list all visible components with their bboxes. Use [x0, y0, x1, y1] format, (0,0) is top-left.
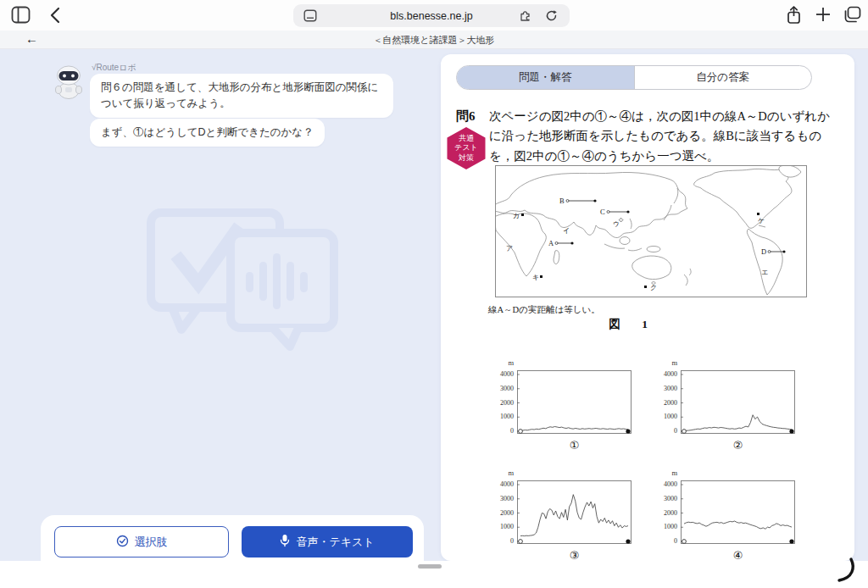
browser-toolbar: bls.benesse.ne.jp	[0, 0, 868, 31]
svg-text:ウ: ウ	[613, 220, 620, 228]
question-text: 次ページの図2中の①～④は，次の図1中の線A～Dのいずれかに沿った地形断面を示し…	[489, 107, 833, 166]
loading-arc-icon	[832, 557, 856, 587]
scrollbar-thumb[interactable]	[418, 564, 442, 569]
new-tab-icon[interactable]	[814, 5, 832, 24]
y-tick-label: 0	[674, 427, 677, 435]
svg-text:B: B	[559, 197, 565, 205]
svg-text:カ: カ	[513, 212, 520, 219]
svg-text:イ: イ	[563, 227, 570, 235]
y-tick-label: 4000	[664, 370, 677, 378]
elevation-chart-2: m 01000200030004000 ②	[655, 357, 799, 462]
svg-text:ア: ア	[506, 245, 513, 252]
y-tick-label: 4000	[500, 480, 514, 488]
voice-text-button-label: 音声・テキスト	[296, 535, 374, 550]
svg-text:ケ: ケ	[758, 217, 765, 225]
check-circle-icon	[116, 535, 129, 550]
y-tick-label: 2000	[664, 509, 677, 517]
url-text: bls.benesse.ne.jp	[390, 10, 472, 22]
choices-button[interactable]: 選択肢	[54, 526, 229, 557]
tab-overview-icon[interactable]	[843, 5, 862, 24]
y-tick-label: 1000	[500, 523, 514, 530]
microphone-icon	[280, 534, 290, 550]
screen: bls.benesse.ne.jp ← ＜自然環境と諸課題＞大地形	[0, 0, 868, 588]
y-axis-ticks: 01000200030004000	[655, 467, 677, 572]
page-settings-icon[interactable]	[303, 9, 317, 22]
kyotsu-test-badge: 共通 テスト 対策	[445, 127, 487, 169]
chart-label: ①	[517, 439, 632, 452]
y-tick-label: 0	[510, 537, 514, 545]
elevation-chart-3: m 01000200030004000 ③	[492, 467, 636, 572]
profile-plot	[517, 480, 632, 544]
voice-text-button[interactable]: 音声・テキスト	[242, 526, 413, 557]
profile-plot	[681, 480, 795, 544]
badge-line: 共通	[459, 134, 474, 143]
y-tick-label: 0	[510, 427, 514, 435]
y-tick-label: 1000	[664, 413, 677, 420]
question-panel: 問題・解答 自分の答案 問6 共通 テスト 対策 次ページの図2中の①～④は，次…	[441, 54, 854, 561]
badge-line: テスト	[454, 143, 478, 153]
elevation-chart-4: m 01000200030004000 ④	[655, 467, 799, 572]
y-tick-label: 3000	[500, 385, 514, 392]
share-icon[interactable]	[786, 5, 802, 25]
chat-message: 問６の問題を通して、大地形の分布と地形断面図の関係について振り返ってみよう。	[90, 74, 393, 118]
figure1-caption: 図 1	[475, 317, 787, 332]
chart-label: ②	[681, 439, 795, 452]
y-axis-ticks: 01000200030004000	[492, 357, 514, 462]
profile-plot	[681, 370, 795, 434]
address-bar[interactable]: bls.benesse.ne.jp	[293, 4, 570, 27]
breadcrumb: ＜自然環境と諸課題＞大地形	[0, 34, 868, 47]
svg-text:キ: キ	[532, 274, 539, 281]
y-tick-label: 2000	[664, 399, 677, 407]
tab-question-answer[interactable]: 問題・解答	[457, 66, 634, 89]
y-tick-label: 3000	[664, 495, 677, 502]
y-axis-ticks: 01000200030004000	[655, 357, 677, 462]
chat-message: まず、①はどうしてDと判断できたのかな？	[90, 119, 325, 147]
y-axis-ticks: 01000200030004000	[492, 467, 514, 572]
sidebar-toggle-icon[interactable]	[11, 6, 31, 24]
reload-icon[interactable]	[545, 9, 558, 22]
back-chevron-icon[interactable]	[49, 7, 61, 24]
y-tick-label: 2000	[500, 399, 514, 407]
y-tick-label: 3000	[500, 495, 514, 502]
elevation-chart-1: m 01000200030004000 ①	[492, 357, 636, 462]
panel-tabbar: 問題・解答 自分の答案	[456, 65, 812, 90]
y-tick-label: 1000	[500, 413, 514, 420]
y-tick-label: 0	[674, 537, 677, 545]
svg-text:エ: エ	[761, 269, 768, 276]
y-tick-label: 1000	[664, 523, 677, 530]
map-note: 線A～Dの実距離は等しい。	[488, 304, 600, 316]
route-logo-watermark	[144, 206, 370, 370]
question-number: 問6	[456, 108, 476, 125]
bot-name: √Routeロボ	[92, 62, 136, 74]
extension-icon[interactable]	[519, 9, 532, 22]
world-map-figure: ABCDアイウエカキクケ	[495, 165, 807, 297]
svg-text:D: D	[761, 247, 766, 256]
robot-avatar	[51, 64, 86, 100]
svg-text:A: A	[548, 239, 554, 247]
svg-text:ク: ク	[650, 284, 657, 291]
page-header: ← ＜自然環境と諸課題＞大地形	[0, 31, 868, 49]
y-tick-label: 4000	[664, 480, 677, 488]
y-tick-label: 3000	[664, 385, 677, 392]
tab-my-answer[interactable]: 自分の答案	[634, 66, 812, 89]
y-tick-label: 4000	[500, 370, 514, 378]
badge-line: 対策	[459, 153, 474, 163]
y-tick-label: 2000	[500, 509, 514, 517]
svg-text:C: C	[600, 208, 605, 216]
choices-button-label: 選択肢	[135, 535, 168, 550]
profile-plot	[517, 370, 632, 434]
